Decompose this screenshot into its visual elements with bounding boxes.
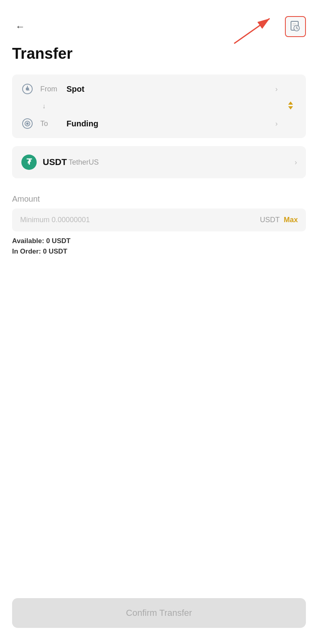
svg-marker-13 bbox=[288, 101, 293, 105]
usdt-row[interactable]: ₮ USDT TetherUS › bbox=[12, 146, 306, 178]
down-arrow-icon: ↓ bbox=[42, 103, 46, 110]
tether-logo-icon: ₮ bbox=[21, 154, 37, 170]
in-order-value: 0 USDT bbox=[43, 248, 67, 255]
from-label: From bbox=[40, 85, 62, 93]
from-chevron-icon: › bbox=[275, 85, 278, 93]
amount-input-container: Minimum 0.00000001 USDT Max bbox=[12, 208, 306, 231]
coin-name: TetherUS bbox=[69, 158, 99, 167]
transfer-rows: From Spot › ↓ bbox=[12, 74, 306, 138]
history-button[interactable] bbox=[285, 16, 306, 37]
max-button[interactable]: Max bbox=[284, 216, 298, 224]
in-order-balance: In Order: 0 USDT bbox=[12, 248, 306, 256]
history-icon bbox=[290, 21, 301, 32]
coin-chevron-icon: › bbox=[295, 158, 297, 167]
from-icon bbox=[20, 82, 35, 96]
coin-selection-card[interactable]: ₮ USDT TetherUS › bbox=[12, 146, 306, 178]
available-value: 0 USDT bbox=[46, 237, 70, 245]
to-value: Funding bbox=[67, 119, 271, 128]
balance-info: Available: 0 USDT In Order: 0 USDT bbox=[12, 237, 306, 256]
amount-label: Amount bbox=[12, 194, 306, 204]
to-chevron-icon: › bbox=[275, 120, 278, 128]
header: ← bbox=[0, 0, 318, 41]
svg-text:₮: ₮ bbox=[27, 157, 32, 166]
back-button[interactable]: ← bbox=[12, 19, 28, 35]
from-value: Spot bbox=[67, 85, 271, 94]
svg-marker-12 bbox=[288, 106, 293, 109]
page-title: Transfer bbox=[12, 45, 306, 62]
page-container: ← Transfer bbox=[0, 0, 318, 644]
to-label: To bbox=[40, 120, 62, 128]
page-title-section: Transfer bbox=[0, 41, 318, 74]
spot-clock-icon bbox=[22, 83, 33, 95]
usdt-icon: ₮ bbox=[21, 154, 37, 170]
confirm-button-container: Confirm Transfer bbox=[0, 590, 318, 644]
transfer-from-to-card: From Spot › ↓ bbox=[12, 74, 306, 138]
back-arrow-icon: ← bbox=[15, 21, 25, 32]
to-row[interactable]: To Funding › bbox=[12, 112, 306, 138]
svg-point-16 bbox=[26, 122, 29, 125]
amount-input[interactable]: Minimum 0.00000001 bbox=[20, 216, 260, 224]
swap-button[interactable] bbox=[284, 99, 297, 114]
confirm-transfer-button[interactable]: Confirm Transfer bbox=[12, 598, 306, 628]
from-row[interactable]: From Spot › bbox=[12, 74, 306, 100]
amount-currency: USDT bbox=[260, 216, 280, 224]
in-order-label: In Order: bbox=[12, 248, 41, 255]
to-icon bbox=[20, 116, 35, 131]
amount-section: Amount Minimum 0.00000001 USDT Max Avail… bbox=[0, 186, 318, 262]
coin-symbol: USDT bbox=[43, 157, 67, 167]
funding-target-icon bbox=[22, 118, 33, 129]
available-label: Available: bbox=[12, 237, 44, 245]
swap-arrows-icon bbox=[284, 99, 297, 112]
available-balance: Available: 0 USDT bbox=[12, 237, 306, 245]
middle-section: ↓ bbox=[12, 100, 306, 112]
